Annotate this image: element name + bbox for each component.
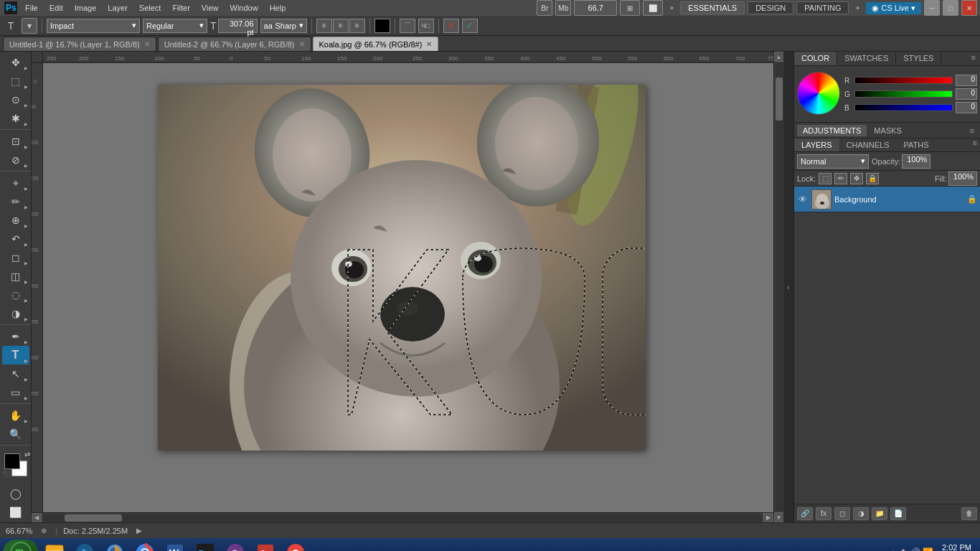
screen-mode-btn[interactable]: ⬜ bbox=[643, 0, 663, 16]
h-scroll-thumb[interactable] bbox=[65, 514, 122, 522]
text-color-swatch[interactable] bbox=[374, 19, 390, 33]
taskbar-app9-btn[interactable] bbox=[281, 540, 310, 551]
scroll-right-btn[interactable]: ▶ bbox=[763, 513, 773, 523]
tab-layers[interactable]: LAYERS bbox=[794, 138, 839, 151]
link-layers-btn[interactable]: 🔗 bbox=[797, 507, 813, 520]
menu-window[interactable]: Window bbox=[225, 2, 263, 14]
eyedropper-tool-btn[interactable]: ⊘ ▶ bbox=[2, 151, 29, 169]
tab-color[interactable]: COLOR bbox=[794, 52, 837, 65]
workspace-painting-btn[interactable]: PAINTING bbox=[796, 1, 849, 14]
menu-layer[interactable]: Layer bbox=[103, 2, 133, 14]
tab-paths[interactable]: PATHS bbox=[897, 138, 936, 151]
tab-adjustments[interactable]: ADJUSTMENTS bbox=[797, 125, 867, 136]
mini-bridge-btn[interactable]: Mb bbox=[555, 0, 571, 16]
lock-transparent-btn[interactable]: ⬚ bbox=[819, 173, 831, 184]
tab-koala[interactable]: Koala.jpg @ 66.7% (RGB/8#) ✕ bbox=[313, 37, 439, 51]
add-mask-btn[interactable]: ◻ bbox=[834, 507, 850, 520]
hand-tool-btn[interactable]: ✋ ▶ bbox=[2, 406, 29, 425]
canvas-main[interactable] bbox=[43, 63, 773, 512]
dodge-tool-btn[interactable]: ◑ ▶ bbox=[2, 304, 29, 323]
workspace-more-btn[interactable]: » bbox=[852, 0, 863, 16]
tool-preset-btn[interactable]: ▾ bbox=[22, 18, 37, 34]
minimize-btn[interactable]: ─ bbox=[924, 0, 940, 16]
lock-paint-btn[interactable]: ✏ bbox=[834, 173, 847, 184]
h-scroll-track[interactable] bbox=[43, 514, 762, 522]
path-select-btn[interactable]: ↖ ▶ bbox=[2, 364, 29, 383]
bridge-btn[interactable]: Br bbox=[537, 0, 552, 16]
lasso-tool-btn[interactable]: ⊙ ▶ bbox=[2, 90, 29, 109]
menu-edit[interactable]: Edit bbox=[44, 2, 68, 14]
menu-help[interactable]: Help bbox=[265, 2, 291, 14]
zoom-tool-btn[interactable]: 🔍 bbox=[2, 425, 29, 443]
tab-masks[interactable]: MASKS bbox=[868, 125, 908, 136]
anti-alias-select[interactable]: aa Sharp ▾ bbox=[260, 19, 307, 33]
tab-koala-close-icon[interactable]: ✕ bbox=[426, 40, 432, 48]
quick-mask-btn[interactable]: ◯ bbox=[2, 484, 29, 502]
warp-text-btn[interactable]: ⌒ bbox=[400, 19, 415, 33]
horizontal-scrollbar[interactable]: ◀ ▶ bbox=[32, 512, 773, 522]
lock-all-btn[interactable]: 🔒 bbox=[866, 173, 879, 184]
type-tool-btn[interactable]: T ▶ bbox=[2, 346, 29, 364]
adj-panel-options-btn[interactable]: ≡ bbox=[967, 126, 977, 135]
delete-layer-btn[interactable]: 🗑 bbox=[961, 507, 977, 520]
red-value[interactable]: 0 bbox=[956, 75, 977, 86]
pen-tool-btn[interactable]: ✒ ▶ bbox=[2, 327, 29, 346]
move-tool-btn[interactable]: ✥ ▶ bbox=[2, 53, 29, 72]
fill-input[interactable]: 100% bbox=[948, 171, 977, 186]
tab-swatches[interactable]: SWATCHES bbox=[837, 52, 896, 65]
crop-tool-btn[interactable]: ⊡ ▶ bbox=[2, 132, 29, 151]
align-right-btn[interactable]: ≡ bbox=[349, 19, 365, 33]
font-style-select[interactable]: Regular ▾ bbox=[143, 19, 207, 33]
zoom-status-icon[interactable]: ⊕ bbox=[38, 525, 50, 537]
tab-untitled2[interactable]: Untitled-2 @ 66.7% (Layer 6, RGB/8) ✕ bbox=[158, 37, 311, 51]
taskbar-acrobat-btn[interactable]: A bbox=[251, 540, 280, 551]
align-center-btn[interactable]: ≡ bbox=[333, 19, 349, 33]
reset-colors-btn[interactable]: ⬛ bbox=[3, 471, 29, 478]
view-mode-btn[interactable]: ⊞ bbox=[620, 0, 640, 16]
screen-mode-tool-btn[interactable]: ⬜ bbox=[2, 503, 29, 521]
panel-collapse-btn[interactable]: ‹ bbox=[783, 52, 793, 522]
taskbar-app7-btn[interactable]: ⚙ bbox=[221, 540, 250, 551]
expand-more-btn[interactable]: » bbox=[666, 0, 677, 16]
blend-mode-select[interactable]: Normal ▾ bbox=[797, 154, 869, 169]
start-button[interactable]: ⊞ bbox=[3, 540, 39, 551]
lock-move-btn[interactable]: ✥ bbox=[850, 173, 863, 184]
eraser-tool-btn[interactable]: ◻ ▶ bbox=[2, 248, 29, 267]
spot-heal-btn[interactable]: ⌖ ▶ bbox=[2, 174, 29, 192]
gradient-tool-btn[interactable]: ◫ ▶ bbox=[2, 267, 29, 286]
layer-visibility-btn[interactable]: 👁 bbox=[797, 194, 809, 205]
tab-untitled2-close-icon[interactable]: ✕ bbox=[299, 40, 305, 48]
taskbar-word-btn[interactable]: W bbox=[161, 540, 189, 551]
tab-styles[interactable]: STYLES bbox=[896, 52, 941, 65]
blur-tool-btn[interactable]: ◌ ▶ bbox=[2, 286, 29, 304]
layers-panel-options-btn[interactable]: ≡ bbox=[970, 138, 980, 151]
foreground-color-swatch[interactable] bbox=[4, 453, 20, 469]
add-style-btn[interactable]: fx bbox=[816, 507, 831, 520]
menu-view[interactable]: View bbox=[197, 2, 224, 14]
brush-tool-btn[interactable]: ✏ ▶ bbox=[2, 192, 29, 211]
tab-untitled1[interactable]: Untitled-1 @ 16.7% (Layer 1, RGB/8) ✕ bbox=[3, 37, 156, 51]
v-scroll-thumb[interactable] bbox=[776, 77, 783, 121]
opacity-input[interactable]: 100% bbox=[902, 154, 930, 169]
cs-live-btn[interactable]: ◉ CS Live ▾ bbox=[866, 2, 921, 14]
tab-untitled1-close-icon[interactable]: ✕ bbox=[144, 40, 150, 48]
navigate-forward-btn[interactable]: ▶ bbox=[133, 525, 145, 537]
color-wheel[interactable] bbox=[797, 72, 840, 115]
scroll-up-btn[interactable]: ▲ bbox=[774, 52, 784, 62]
zoom-display[interactable]: 66.7 bbox=[574, 0, 617, 16]
close-btn[interactable]: ✕ bbox=[961, 0, 977, 16]
menu-image[interactable]: Image bbox=[70, 2, 102, 14]
clone-tool-btn[interactable]: ⊕ ▶ bbox=[2, 211, 29, 230]
character-panel-btn[interactable]: Ч□ bbox=[418, 19, 434, 33]
align-left-btn[interactable]: ≡ bbox=[316, 19, 332, 33]
shape-tool-btn[interactable]: ▭ ▶ bbox=[2, 383, 29, 402]
green-value[interactable]: 0 bbox=[956, 88, 977, 100]
commit-text-btn[interactable]: ✓ bbox=[462, 19, 478, 33]
scroll-down-btn[interactable]: ▼ bbox=[774, 512, 784, 522]
marquee-tool-btn[interactable]: ⬚ ▶ bbox=[2, 72, 29, 90]
vertical-scrollbar[interactable]: ▲ ▼ bbox=[773, 52, 783, 522]
green-slider[interactable] bbox=[854, 90, 953, 98]
layer-background[interactable]: 👁 Background 🔒 bbox=[794, 187, 980, 212]
new-layer-btn[interactable]: 📄 bbox=[890, 507, 906, 520]
clock[interactable]: 2:02 PM 7/18/2013 bbox=[936, 542, 971, 551]
